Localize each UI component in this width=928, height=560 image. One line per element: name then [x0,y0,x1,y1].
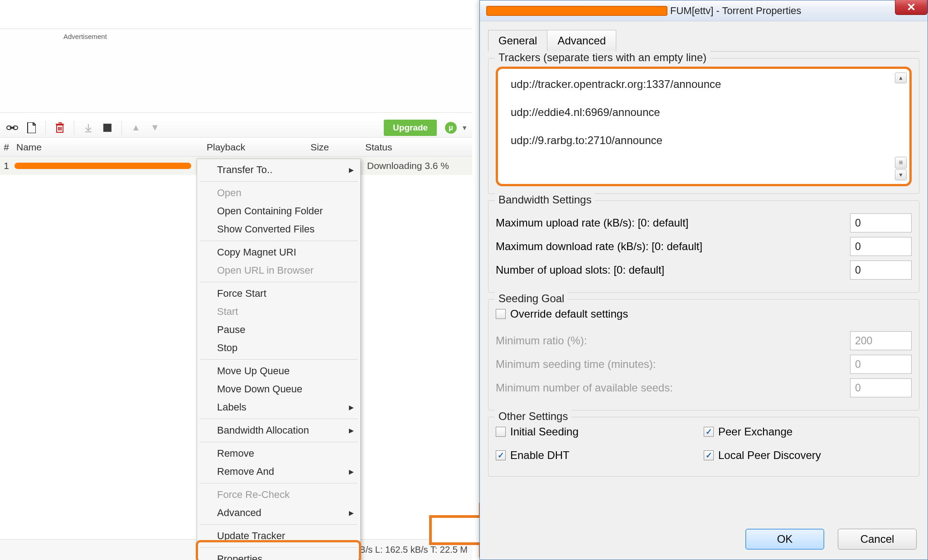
stop-icon[interactable] [100,120,115,135]
menu-pause[interactable]: Pause [197,321,360,339]
menu-labels[interactable]: Labels▶ [197,398,360,416]
upgrade-button[interactable]: Upgrade [384,120,437,136]
checkbox-checked-icon: ✓ [704,427,714,437]
checkbox-checked-icon: ✓ [496,450,506,460]
peer-exchange-checkbox[interactable]: ✓ Peer Exchange [704,425,894,438]
min-ratio-label: Minimum ratio (%): [496,334,587,347]
menu-remove-and[interactable]: Remove And▶ [197,463,360,481]
col-size[interactable]: Size [284,142,338,153]
close-button[interactable]: ✕ [895,0,928,15]
svg-rect-2 [10,127,14,129]
menu-force-recheck: Force Re-Check [197,486,360,504]
add-torrent-icon[interactable] [24,120,39,135]
dialog-titlebar[interactable]: FUM[ettv] - Torrent Properties ✕ [480,0,928,21]
menu-open: Open [197,184,360,202]
enable-dht-checkbox[interactable]: ✓ Enable DHT [496,449,686,462]
seeding-goal-legend: Seeding Goal [495,292,568,305]
other-settings-fieldset: Other Settings Initial Seeding ✓ Peer Ex… [488,417,919,477]
min-seeding-time-input [850,355,912,374]
toolbar: ▲ ▼ Upgrade µ ▼ [0,118,472,138]
menu-update-tracker[interactable]: Update Tracker [197,527,360,545]
col-name[interactable]: Name [12,142,207,153]
tracker-entry: udp://tracker.opentrackr.org:1337/announ… [511,78,897,91]
other-settings-legend: Other Settings [495,410,571,423]
local-peer-discovery-checkbox[interactable]: ✓ Local Peer Discovery [704,449,894,462]
col-playback[interactable]: Playback [207,142,284,153]
scroll-up-icon[interactable]: ▲ [895,72,907,83]
start-icon[interactable] [81,120,96,135]
menu-separator [200,442,358,442]
menu-separator [200,359,358,360]
toolbar-separator [74,121,74,135]
move-down-icon[interactable]: ▼ [147,120,163,135]
menu-bandwidth-allocation[interactable]: Bandwidth Allocation▶ [197,421,360,439]
dropdown-caret-icon[interactable]: ▼ [461,124,468,131]
tab-row: General Advanced [488,29,919,52]
override-default-checkbox[interactable]: Override default settings [496,308,628,320]
local-peer-discovery-label: Local Peer Discovery [718,449,821,462]
submenu-arrow-icon: ▶ [349,166,354,174]
submenu-arrow-icon: ▶ [349,404,354,411]
menu-separator [200,483,358,483]
menu-advanced[interactable]: Advanced▶ [197,504,360,522]
min-available-seeds-input [850,378,912,397]
upload-slots-label: Number of upload slots: [0: default] [496,264,664,276]
menu-transfer-to[interactable]: Transfer To..▶ [197,161,360,179]
max-upload-label: Maximum upload rate (kB/s): [0: default] [496,217,689,229]
initial-seeding-checkbox[interactable]: Initial Seeding [496,425,686,438]
enable-dht-label: Enable DHT [510,449,570,462]
trackers-textarea[interactable]: udp://tracker.opentrackr.org:1337/announ… [496,67,912,186]
dialog-buttons: OK Cancel [745,529,917,550]
tab-general[interactable]: General [488,30,547,52]
menu-move-down-queue[interactable]: Move Down Queue [197,380,360,398]
row-name-redacted [14,163,191,169]
menu-properties[interactable]: Properties [197,550,360,560]
max-download-input[interactable] [850,237,912,256]
properties-dialog: FUM[ettv] - Torrent Properties ✕ General… [479,0,928,560]
cancel-button[interactable]: Cancel [838,529,917,550]
svg-rect-5 [103,124,111,132]
menu-open-containing-folder[interactable]: Open Containing Folder [197,202,360,220]
menu-remove[interactable]: Remove [197,444,360,463]
checkbox-icon [496,427,506,437]
submenu-arrow-icon: ▶ [349,509,354,517]
min-ratio-input [850,331,912,350]
utorrent-logo-icon[interactable]: µ [445,122,457,134]
menu-copy-magnet-uri[interactable]: Copy Magnet URI [197,243,360,261]
menu-move-up-queue[interactable]: Move Up Queue [197,362,360,380]
menu-separator [200,419,358,419]
menu-show-converted-files[interactable]: Show Converted Files [197,220,360,238]
min-available-seeds-label: Minimum number of available seeds: [496,381,673,394]
col-status[interactable]: Status [338,142,472,153]
trackers-legend: Trackers (separate tiers with an empty l… [495,51,710,64]
menu-stop[interactable]: Stop [197,339,360,357]
delete-icon[interactable] [52,120,68,135]
toolbar-separator [121,121,122,135]
max-download-label: Maximum download rate (kB/s): [0: defaul… [496,240,702,253]
move-up-icon[interactable]: ▲ [128,120,144,135]
col-index[interactable]: # [0,142,12,153]
row-index: 1 [0,160,12,171]
min-seeding-time-label: Minimum seeding time (minutes): [496,358,656,371]
dialog-title: FUM[ettv] - Torrent Properties [670,5,801,17]
tracker-entry: udp://9.rarbg.to:2710/announce [511,134,897,147]
scroll-down-icon[interactable]: ▼ [895,169,907,180]
initial-seeding-label: Initial Seeding [510,425,579,438]
toolbar-separator [45,121,46,135]
tab-advanced[interactable]: Advanced [547,30,616,52]
ok-button[interactable]: OK [745,529,824,550]
checkbox-checked-icon: ✓ [704,450,714,460]
advertisement-panel: Advertisement [0,29,472,113]
upload-slots-input[interactable] [850,261,912,280]
menu-force-start[interactable]: Force Start [197,285,360,303]
tracker-entry: udp://eddie4.nl:6969/announce [511,106,897,119]
add-url-icon[interactable] [5,120,20,135]
menu-separator [200,282,358,282]
trackers-fieldset: Trackers (separate tiers with an empty l… [488,58,919,194]
textarea-resize-grip-icon[interactable]: ≡ [895,157,907,169]
context-menu: Transfer To..▶ Open Open Containing Fold… [197,159,361,560]
checkbox-icon [496,309,506,319]
menu-separator [200,241,358,241]
menu-open-url-in-browser: Open URL in Browser [197,261,360,280]
max-upload-input[interactable] [850,213,912,232]
